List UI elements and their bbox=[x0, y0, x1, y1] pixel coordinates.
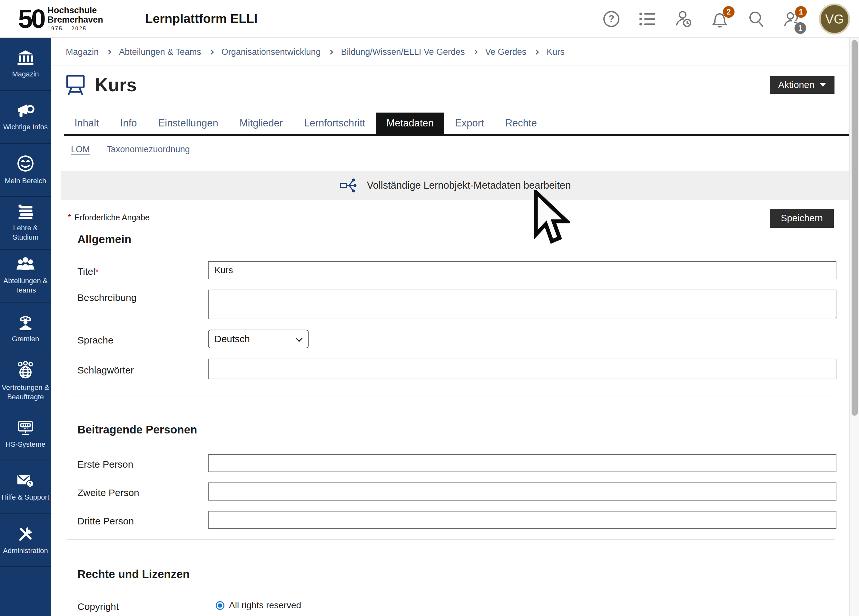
list-menu-button[interactable] bbox=[639, 10, 656, 28]
tab-info[interactable]: Info bbox=[109, 113, 148, 134]
presentation-board-icon bbox=[65, 73, 86, 97]
subtab-taxonomiezuordnung[interactable]: Taxonomiezuordnung bbox=[107, 144, 190, 155]
help-button[interactable]: ? bbox=[602, 10, 620, 28]
breadcrumb-item[interactable]: Ve Gerdes bbox=[485, 47, 526, 57]
sidebar-item-label: Administration bbox=[3, 546, 48, 556]
sidebar-item-label: Mein Bereich bbox=[5, 177, 46, 186]
breadcrumb-item[interactable]: Organisationsentwicklung bbox=[222, 47, 321, 57]
copyright-radio[interactable] bbox=[216, 601, 225, 610]
edit-full-metadata-banner[interactable]: Vollständige Lernobjekt-Metadaten bearbe… bbox=[61, 170, 849, 200]
erste-person-input[interactable] bbox=[208, 454, 836, 472]
tab-lernfortschritt[interactable]: Lernfortschritt bbox=[294, 113, 376, 134]
sidebar-item-label: Gremien bbox=[12, 335, 39, 344]
main-content: Magazin Abteilungen & Teams Organisation… bbox=[51, 38, 849, 616]
chevron-right-icon bbox=[328, 50, 333, 55]
sidebar-item-label: Magazin bbox=[12, 70, 39, 79]
bank-icon bbox=[16, 50, 34, 66]
help-glyph: ? bbox=[608, 13, 615, 25]
schlagwoerter-input[interactable] bbox=[208, 359, 836, 379]
beschreibung-textarea[interactable] bbox=[208, 289, 836, 319]
sprache-select[interactable]: Deutsch bbox=[208, 330, 309, 348]
committee-icon bbox=[16, 314, 35, 331]
sidebar-item-label: Hilfe & Support bbox=[2, 493, 49, 502]
metadata-node-icon bbox=[340, 177, 358, 194]
sidebar-item-mein-bereich[interactable]: Mein Bereich bbox=[0, 144, 51, 197]
zweite-person-label: Zweite Person bbox=[77, 485, 208, 498]
chevron-right-icon bbox=[472, 50, 478, 55]
dritte-person-label: Dritte Person bbox=[77, 513, 208, 527]
chevron-right-icon bbox=[534, 50, 539, 55]
sidebar-item-lehre-studium[interactable]: Lehre & Studium bbox=[0, 197, 51, 250]
tab-export[interactable]: Export bbox=[444, 113, 495, 134]
aktionen-button[interactable]: Aktionen bbox=[770, 76, 834, 94]
search-button[interactable] bbox=[747, 10, 765, 28]
hochschule-bremerhaven-logo: 50 Hochschule Bremerhaven 1975 – 2025 bbox=[18, 6, 103, 31]
subtab-lom[interactable]: LOM bbox=[71, 144, 90, 155]
page-title: Kurs bbox=[95, 74, 137, 95]
sidebar-item-wichtige-infos[interactable]: Wichtige Infos bbox=[0, 91, 51, 144]
section-heading-allgemein: Allgemein bbox=[77, 233, 849, 246]
help-icon: ? bbox=[603, 11, 619, 27]
avatar[interactable]: VG bbox=[819, 3, 850, 34]
sidebar-item-abteilungen-teams[interactable]: Abteilungen & Teams bbox=[0, 250, 51, 303]
awareness-button[interactable] bbox=[675, 10, 693, 28]
sidebar-item-administration[interactable]: Administration bbox=[0, 514, 51, 567]
vertical-scrollbar[interactable] bbox=[849, 38, 859, 616]
list-icon bbox=[639, 12, 656, 27]
books-icon bbox=[16, 203, 35, 220]
sprache-label: Sprache bbox=[77, 332, 208, 346]
chevron-right-icon bbox=[106, 50, 112, 55]
schlagwoerter-label: Schlagwörter bbox=[77, 362, 208, 376]
tab-einstellungen[interactable]: Einstellungen bbox=[148, 113, 229, 134]
megaphone-icon bbox=[16, 103, 35, 119]
subtab-bar: LOM Taxonomiezuordnung bbox=[71, 144, 849, 155]
required-asterisk: * bbox=[68, 213, 71, 222]
chevron-right-icon bbox=[209, 50, 214, 55]
sidebar-item-label: Vertretungen & Beauftragte bbox=[1, 383, 50, 402]
scrollbar-thumb[interactable] bbox=[851, 40, 858, 416]
awareness-person-clock-icon bbox=[675, 10, 693, 28]
radio-dot bbox=[218, 603, 222, 608]
tab-metadaten[interactable]: Metadaten bbox=[376, 113, 445, 134]
tab-inhalt[interactable]: Inhalt bbox=[64, 113, 109, 134]
copyright-value: All rights reserved bbox=[229, 600, 301, 611]
mail-question-icon: ? bbox=[16, 473, 35, 489]
svg-text:?: ? bbox=[28, 481, 31, 487]
logo-line1: Hochschule bbox=[47, 6, 103, 15]
copyright-label: Copyright bbox=[77, 599, 208, 612]
notifications-button[interactable]: 2 bbox=[711, 10, 729, 28]
beschreibung-label: Beschreibung bbox=[77, 289, 208, 303]
sidebar-item-gremien[interactable]: Gremien bbox=[0, 303, 51, 355]
titel-input[interactable] bbox=[208, 261, 836, 279]
tab-mitglieder[interactable]: Mitglieder bbox=[229, 113, 294, 134]
dritte-person-input[interactable] bbox=[208, 511, 836, 529]
titel-label-text: Titel bbox=[77, 266, 95, 277]
aktionen-label: Aktionen bbox=[778, 80, 815, 90]
breadcrumb-item[interactable]: Kurs bbox=[547, 47, 565, 57]
titel-required-asterisk: * bbox=[95, 267, 99, 277]
breadcrumb-item[interactable]: Bildung/Wissen/ELLI Ve Gerdes bbox=[341, 47, 465, 57]
banner-label: Vollständige Lernobjekt-Metadaten bearbe… bbox=[367, 180, 571, 191]
app-title: Lernplattform ELLI bbox=[145, 12, 258, 26]
tab-bar: Inhalt Info Einstellungen Mitglieder Ler… bbox=[64, 113, 849, 136]
contacts-button[interactable]: 1 1 bbox=[783, 10, 801, 28]
logo-line2: Bremerhaven bbox=[47, 15, 103, 25]
tab-rechte[interactable]: Rechte bbox=[495, 113, 548, 134]
section-heading-beitragende: Beitragende Personen bbox=[77, 423, 849, 436]
select-chevron-icon bbox=[296, 335, 303, 342]
logo-50-text: 50 bbox=[18, 7, 44, 31]
contacts-badge-top: 1 bbox=[795, 6, 807, 18]
breadcrumb-item[interactable]: Abteilungen & Teams bbox=[119, 47, 201, 57]
zweite-person-input[interactable] bbox=[208, 483, 836, 500]
breadcrumb-item[interactable]: Magazin bbox=[66, 47, 99, 57]
caret-down-icon bbox=[820, 83, 826, 87]
smiley-icon bbox=[16, 155, 34, 172]
sidebar-item-magazin[interactable]: Magazin bbox=[0, 38, 51, 91]
section-divider bbox=[67, 539, 835, 540]
sidebar-item-hilfe-support[interactable]: ? Hilfe & Support bbox=[0, 461, 51, 514]
globe-people-icon bbox=[16, 361, 35, 379]
sidebar-item-hs-systeme[interactable]: HS-Systeme bbox=[0, 408, 51, 461]
save-button[interactable]: Speichern bbox=[770, 209, 834, 228]
sidebar-item-vertretungen[interactable]: Vertretungen & Beauftragte bbox=[0, 355, 51, 408]
save-label: Speichern bbox=[781, 213, 823, 224]
